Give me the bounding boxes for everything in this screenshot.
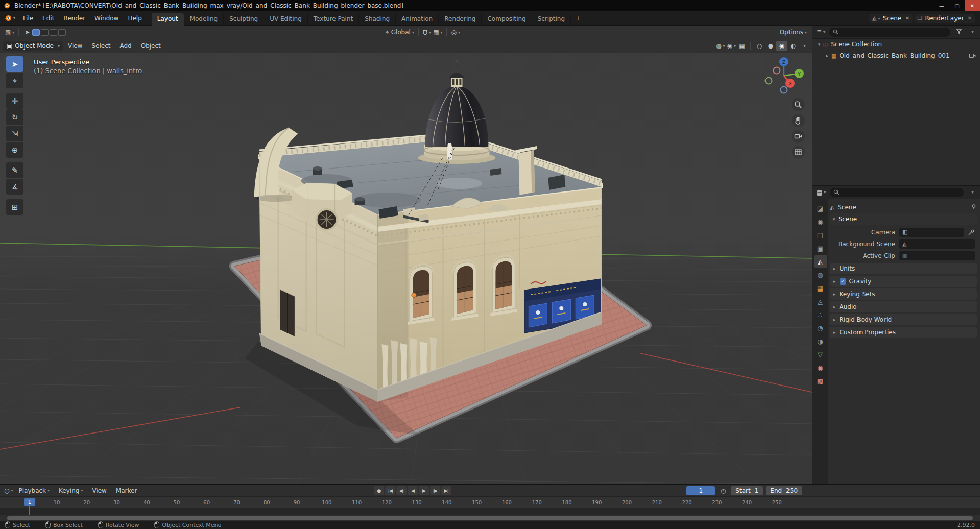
workspace-tab[interactable]: Rendering [439, 13, 482, 26]
select-mode-button[interactable] [50, 29, 57, 36]
timeline-editor-type-button[interactable]: ◷ [3, 486, 14, 496]
viewport-toggle-button[interactable]: ▦ [737, 41, 747, 51]
properties-tab[interactable]: ▩ [814, 375, 827, 387]
checkbox[interactable] [840, 278, 846, 285]
tool-button[interactable]: ↻ [6, 109, 23, 125]
outliner-row[interactable]: ▦ Old_and_Classic_Bank_Building_001 [812, 50, 980, 61]
properties-tab[interactable]: ▣ [814, 242, 827, 254]
shading-dropdown[interactable] [799, 41, 809, 51]
shading-mode-button[interactable]: ● [765, 41, 776, 51]
properties-tab[interactable]: ◑ [814, 335, 827, 347]
properties-tab[interactable]: ◉ [814, 362, 827, 374]
viewport-toggle-button[interactable]: ◉ [726, 41, 737, 51]
current-frame-field[interactable]: 1 [686, 486, 715, 495]
workspace-tab[interactable]: Scripting [532, 13, 571, 26]
maximize-button[interactable]: ▢ [949, 0, 965, 11]
snap-target-dropdown[interactable]: ▦ [432, 27, 443, 37]
transport-button[interactable]: ▶| [441, 486, 451, 495]
viewport-toggle-button[interactable]: ◍ [715, 41, 726, 51]
transform-orientation-dropdown[interactable]: ⌖ Global [385, 27, 415, 37]
property-field[interactable]: ◭ [899, 239, 975, 249]
timeline-menu[interactable]: Keying [54, 484, 87, 498]
workspace-tab[interactable]: UV Editing [264, 13, 308, 26]
close-button[interactable]: ✕ [965, 0, 980, 11]
transport-button[interactable]: ● [374, 486, 384, 495]
workspace-tab[interactable]: Layout [152, 13, 184, 26]
topbar-menu[interactable]: Edit [38, 11, 59, 26]
properties-panel-header[interactable]: Custom Properties [830, 327, 977, 338]
viewport-menu[interactable]: Select [87, 39, 115, 53]
disclosure-arrow-icon[interactable] [816, 42, 823, 47]
camera-view-button[interactable] [792, 130, 805, 143]
properties-tab[interactable]: ∴ [814, 308, 827, 321]
properties-editor-type-button[interactable]: ▤ [816, 187, 827, 198]
timeline-track[interactable] [0, 508, 980, 515]
zoom-button[interactable] [792, 98, 805, 111]
tool-button[interactable]: ⊞ [6, 199, 23, 215]
options-dropdown[interactable]: Options [779, 27, 808, 37]
topbar-menu[interactable]: Help [123, 11, 146, 26]
properties-panel-header[interactable]: Rigid Body World [830, 314, 977, 325]
playhead-badge[interactable]: 1 [24, 498, 35, 506]
properties-tab[interactable]: ▤ [814, 229, 827, 241]
editor-type-button[interactable]: ▧ [4, 27, 15, 37]
topbar-menu[interactable]: File [18, 11, 38, 26]
workspace-tab[interactable]: Modeling [184, 13, 224, 26]
select-mode-button[interactable] [41, 29, 49, 36]
minimize-button[interactable]: — [934, 0, 949, 11]
frame-start-field[interactable]: Start1 [731, 486, 763, 495]
properties-panel-header[interactable]: Keying Sets [830, 288, 977, 300]
pan-button[interactable] [792, 114, 805, 127]
shading-mode-button[interactable]: ○ [754, 41, 765, 51]
properties-panel-header[interactable]: Units [830, 263, 977, 274]
viewport-menu[interactable]: View [63, 39, 87, 53]
toggle-perspective-button[interactable] [792, 146, 805, 159]
shading-mode-button[interactable]: ◉ [776, 41, 787, 51]
transport-button[interactable]: ◀ [408, 486, 418, 495]
workspace-tab[interactable]: Sculpting [224, 13, 264, 26]
scene-selector[interactable]: ◭ Scene ✕ [869, 14, 912, 23]
property-field[interactable]: ◧ [899, 228, 964, 237]
topbar-menu[interactable]: Render [59, 11, 90, 26]
add-workspace-button[interactable]: + [571, 12, 585, 25]
navigation-gizmo[interactable]: Z Y X [758, 53, 809, 104]
timeline-ruler[interactable]: 1102030405060708090100110120130140150160… [0, 497, 980, 508]
properties-tab[interactable]: ▦ [814, 282, 827, 294]
property-field[interactable]: ▥ [899, 251, 975, 260]
properties-tab[interactable]: ◉ [814, 215, 827, 228]
mode-dropdown[interactable]: ▣ Object Mode [3, 41, 63, 51]
select-mode-button[interactable] [32, 29, 40, 36]
transport-button[interactable]: |◀ [385, 486, 395, 495]
properties-tab[interactable]: ◔ [814, 322, 827, 334]
tool-button[interactable]: ∡ [6, 179, 23, 195]
transport-button[interactable]: |▶ [430, 486, 440, 495]
properties-panel-header[interactable]: Gravity [830, 276, 977, 287]
shading-mode-button[interactable]: ◐ [787, 41, 799, 51]
tool-button[interactable]: ✎ [6, 162, 23, 178]
frame-end-field[interactable]: End250 [766, 486, 802, 495]
proportional-editing-button[interactable]: ◎ [450, 27, 461, 37]
filter-button[interactable] [953, 27, 964, 37]
properties-options-dropdown[interactable] [967, 187, 977, 198]
select-mode-button[interactable] [58, 29, 66, 36]
viewport-canvas[interactable]: User Perspective (1) Scene Collection | … [0, 53, 812, 484]
eyedropper-icon[interactable] [968, 229, 975, 235]
viewport-menu[interactable]: Object [136, 39, 165, 53]
topbar-menu[interactable]: Window [90, 11, 123, 26]
workspace-tab[interactable]: Compositing [482, 13, 532, 26]
unlink-view-layer-icon[interactable]: ✕ [968, 15, 972, 21]
workspace-tab[interactable]: Animation [396, 13, 439, 26]
view-layer-selector[interactable]: ❏ RenderLayer ✕ [915, 14, 975, 23]
timeline-menu[interactable]: View [87, 484, 111, 498]
pin-icon[interactable] [971, 204, 977, 211]
tool-button[interactable]: ➤ [6, 56, 23, 72]
transport-button[interactable]: ◀| [396, 486, 407, 495]
3d-scene[interactable] [0, 53, 812, 484]
properties-tab[interactable]: ◭ [814, 255, 827, 268]
properties-tab[interactable]: ◪ [814, 202, 827, 214]
gizmo-x-neg[interactable] [774, 67, 780, 74]
tool-button[interactable]: ⇲ [6, 126, 23, 141]
gizmo-y-neg[interactable] [766, 78, 772, 84]
outliner-row[interactable]: ◫ Scene Collection [812, 39, 980, 50]
tool-button[interactable]: ⌖ [6, 73, 23, 88]
